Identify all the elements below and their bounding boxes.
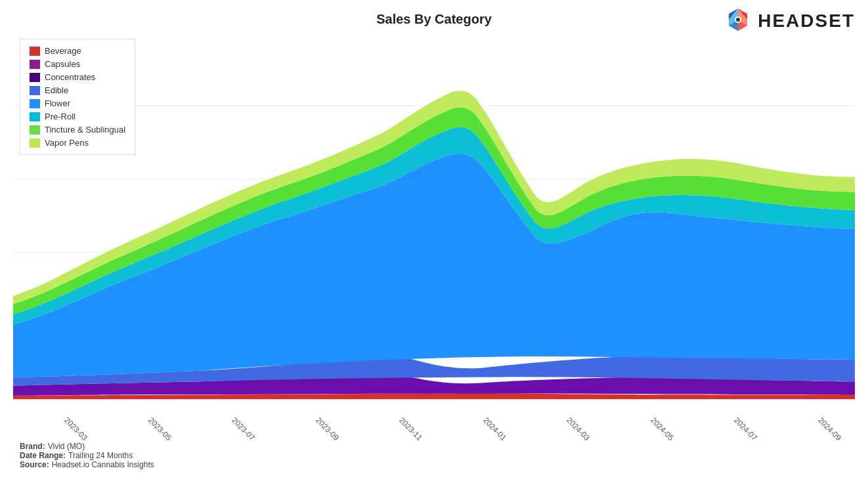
legend-item-vapor: Vapor Pens [30,138,125,148]
x-axis: 2023-03 2023-05 2023-07 2023-09 2023-11 … [13,414,855,423]
footer-date-value: Trailing 24 Months [68,451,133,460]
svg-point-2 [736,18,740,22]
footer-date-line: Date Range: Trailing 24 Months [20,451,848,460]
legend-label-preroll: Pre-Roll [45,112,76,121]
page-container: Sales By Category HEADSET Bev [0,0,868,489]
legend-color-capsules [30,60,40,69]
x-label-4: 2023-09 [314,415,341,442]
legend-color-concentrates [30,73,40,82]
legend-color-flower [30,99,40,108]
logo-container: HEADSET [724,7,855,35]
footer-brand-value: Vivid (MO) [48,442,85,451]
footer-date-label: Date Range: [20,451,66,460]
footer-source-value: Headset.io Cannabis Insights [52,460,154,469]
x-label-9: 2024-07 [732,415,759,442]
x-label-6: 2024-01 [481,415,508,442]
area-chart [13,32,855,413]
legend-item-flower: Flower [30,98,125,108]
x-label-5: 2023-11 [397,415,424,442]
footer-source-label: Source: [20,460,49,469]
x-label-3: 2023-07 [230,415,257,442]
chart-title: Sales By Category [376,12,492,27]
x-label-1: 2023-03 [62,415,89,442]
footer-brand-line: Brand: Vivid (MO) [20,442,848,451]
legend-item-capsules: Capsules [30,59,125,69]
headset-logo-icon [724,7,752,35]
legend-color-beverage [30,47,40,56]
legend-label-beverage: Beverage [45,46,81,56]
footer-source-line: Source: Headset.io Cannabis Insights [20,460,848,469]
legend-color-vapor [30,138,40,148]
legend-label-capsules: Capsules [45,59,80,69]
legend-color-preroll [30,112,40,121]
legend-item-tincture: Tincture & Sublingual [30,125,125,135]
legend-label-vapor: Vapor Pens [45,138,89,148]
x-label-7: 2024-03 [565,415,592,442]
logo-text: HEADSET [758,11,855,32]
legend-label-tincture: Tincture & Sublingual [45,125,125,135]
x-label-10: 2024-09 [816,415,843,442]
x-label-2: 2023-05 [146,415,173,442]
footer-brand-label: Brand: [20,442,45,451]
legend: Beverage Capsules Concentrates Edible Fl… [20,39,135,155]
legend-label-edible: Edible [45,85,68,95]
legend-item-preroll: Pre-Roll [30,112,125,121]
x-label-8: 2024-05 [649,415,676,442]
footer: Brand: Vivid (MO) Date Range: Trailing 2… [0,439,868,472]
legend-item-edible: Edible [30,85,125,95]
legend-color-edible [30,86,40,95]
legend-item-beverage: Beverage [30,46,125,56]
legend-label-flower: Flower [45,98,70,108]
legend-color-tincture [30,125,40,135]
legend-label-concentrates: Concentrates [45,72,95,82]
chart-area: Beverage Capsules Concentrates Edible Fl… [13,32,855,439]
legend-item-concentrates: Concentrates [30,72,125,82]
header: Sales By Category HEADSET [0,0,868,32]
